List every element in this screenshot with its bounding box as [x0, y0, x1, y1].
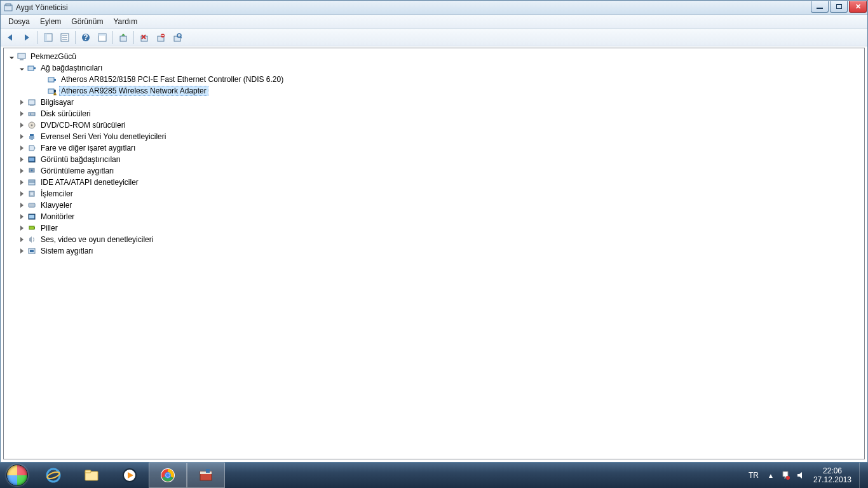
show-hide-console-tree-button[interactable] — [41, 30, 56, 45]
svg-rect-37 — [30, 134, 34, 136]
help-button[interactable]: ? — [78, 30, 93, 45]
uninstall-button[interactable] — [137, 30, 152, 45]
tree-category[interactable]: Piller — [4, 222, 864, 234]
tree-device-label: Atheros AR8152/8158 PCI-E Fast Ethernet … — [59, 74, 285, 85]
svg-rect-39 — [29, 158, 34, 161]
tree-category[interactable]: Fare ve diğer işaret aygıtları — [4, 142, 864, 154]
tree-category[interactable]: Bilgisayar — [4, 97, 864, 108]
tree-category-network[interactable]: Ağ bağdaştırıcıları — [4, 62, 864, 74]
action-sheet-button[interactable] — [95, 30, 110, 45]
tree-root[interactable]: PekmezGücü — [4, 51, 864, 62]
tree-device-ethernet[interactable]: Atheros AR8152/8158 PCI-E Fast Ethernet … — [4, 74, 864, 85]
taskbar-ie[interactable] — [34, 463, 72, 488]
toolbar: ? — [1, 29, 867, 46]
tree-category[interactable]: Monitörler — [4, 211, 864, 222]
tree-category[interactable]: Görüntü bağdaştırıcıları — [4, 154, 864, 165]
tree-category[interactable]: IDE ATA/ATAPI denetleyiciler — [4, 177, 864, 188]
category-icon — [27, 246, 37, 256]
expand-icon[interactable] — [17, 200, 27, 210]
time-label: 22:06 — [813, 466, 851, 475]
expand-icon[interactable] — [6, 51, 17, 62]
tree-label: Sistem aygıtları — [39, 246, 95, 256]
disable-button[interactable] — [153, 30, 168, 45]
svg-point-34 — [30, 114, 31, 115]
expand-icon[interactable] — [17, 63, 27, 73]
taskbar: TR ▲ 22:06 27.12.2013 — [0, 463, 868, 488]
expand-icon[interactable] — [17, 189, 27, 199]
tree-category[interactable]: Sistem aygıtları — [4, 245, 864, 257]
expand-icon[interactable] — [17, 246, 27, 256]
tree-device-wireless[interactable]: ! Atheros AR9285 Wireless Network Adapte… — [4, 85, 864, 97]
expand-icon[interactable] — [17, 234, 27, 245]
minimize-button[interactable] — [811, 1, 829, 13]
svg-rect-25 — [34, 67, 36, 69]
expand-icon[interactable] — [17, 177, 27, 187]
maximize-button[interactable] — [830, 1, 848, 13]
tree-category[interactable]: Görüntüleme aygıtları — [4, 165, 864, 177]
tree-label: Fare ve diğer işaret aygıtları — [39, 143, 137, 153]
clock[interactable]: 22:06 27.12.2013 — [808, 466, 857, 484]
taskbar-chrome[interactable] — [149, 463, 187, 488]
tree-label: Monitörler — [39, 212, 76, 222]
back-button[interactable] — [3, 30, 18, 45]
language-indicator[interactable]: TR — [743, 471, 764, 480]
volume-icon[interactable] — [795, 470, 806, 481]
tree-category[interactable]: Evrensel Seri Veri Yolu denetleyicileri — [4, 131, 864, 142]
tree-category[interactable]: Ses, video ve oyun denetleyicileri — [4, 234, 864, 245]
update-driver-button[interactable] — [116, 30, 131, 45]
window-buttons: ✕ — [810, 1, 867, 14]
device-tree[interactable]: PekmezGücü Ağ bağdaştırıcıları Atheros A… — [3, 48, 865, 459]
svg-rect-47 — [29, 203, 35, 207]
taskbar-device-manager[interactable] — [187, 463, 225, 488]
action-center-icon[interactable] — [780, 470, 791, 481]
menu-file[interactable]: Dosya — [3, 16, 35, 27]
tree-category[interactable]: Disk sürücüleri — [4, 108, 864, 119]
close-button[interactable]: ✕ — [849, 1, 867, 13]
category-icon — [27, 177, 37, 187]
svg-rect-55 — [30, 250, 34, 252]
tree-label: DVD/CD-ROM sürücüleri — [39, 120, 127, 130]
titlebar: Aygıt Yöneticisi ✕ — [1, 1, 867, 15]
menu-action[interactable]: Eylem — [35, 16, 66, 27]
tree-category[interactable]: İşlemciler — [4, 188, 864, 200]
tree-category[interactable]: Klavyeler — [4, 200, 864, 211]
menubar: Dosya Eylem Görünüm Yardım — [1, 15, 867, 29]
menu-help[interactable]: Yardım — [108, 16, 142, 27]
svg-rect-24 — [28, 66, 34, 71]
category-icon — [27, 109, 37, 119]
menu-view[interactable]: Görünüm — [66, 16, 108, 27]
expand-icon[interactable] — [17, 132, 27, 142]
windows-orb-icon — [6, 464, 28, 486]
show-desktop-button[interactable] — [859, 463, 865, 488]
tree-label: Disk sürücüleri — [39, 109, 93, 119]
expand-icon[interactable] — [17, 212, 27, 222]
svg-rect-33 — [29, 112, 35, 116]
show-hidden-icons[interactable]: ▲ — [764, 472, 778, 479]
category-icon — [27, 154, 37, 165]
svg-point-41 — [31, 170, 33, 172]
expand-icon[interactable] — [17, 97, 27, 107]
start-button[interactable] — [0, 463, 34, 488]
svg-rect-22 — [18, 53, 25, 58]
expand-icon[interactable] — [17, 143, 27, 153]
taskbar-explorer[interactable] — [72, 463, 111, 488]
device-manager-window: Aygıt Yöneticisi ✕ Dosya Eylem Görünüm Y… — [0, 0, 868, 463]
tree-label: Klavyeler — [39, 200, 74, 210]
expand-icon[interactable] — [17, 109, 27, 119]
svg-rect-51 — [29, 215, 34, 219]
properties-button[interactable] — [57, 30, 72, 45]
tree-label: Görüntüleme aygıtları — [39, 166, 116, 176]
scan-hardware-button[interactable] — [170, 30, 185, 45]
tree-category[interactable]: DVD/CD-ROM sürücüleri — [4, 119, 864, 131]
window-title: Aygıt Yöneticisi — [16, 3, 68, 12]
svg-rect-46 — [31, 193, 33, 195]
expand-icon[interactable] — [17, 223, 27, 233]
expand-icon[interactable] — [17, 166, 27, 176]
tree-label: Ses, video ve oyun denetleyicileri — [39, 234, 155, 245]
expand-icon[interactable] — [17, 154, 27, 165]
forward-button[interactable] — [20, 30, 35, 45]
taskbar-media-player[interactable] — [111, 463, 149, 488]
svg-rect-3 — [44, 34, 47, 41]
category-icon — [27, 189, 37, 199]
expand-icon[interactable] — [17, 120, 27, 130]
